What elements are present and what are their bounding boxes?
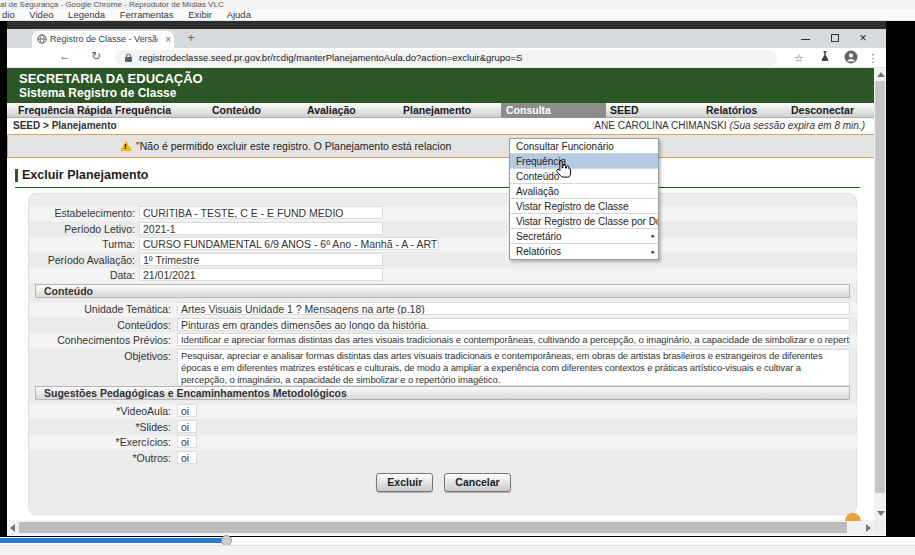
profile-avatar-icon[interactable] xyxy=(843,50,859,66)
url-bar[interactable]: registrodeclasse.seed.pr.gov.br/rcdig/ma… xyxy=(115,50,777,66)
session-expiry-note: (Sua sessão expira em 8 min.) xyxy=(729,120,865,131)
field-label: Conteúdos: xyxy=(29,319,171,331)
tab-title: Registro de Classe - Versão v3_3 xyxy=(50,31,158,48)
vlc-menu-ferramentas[interactable]: Ferramentas xyxy=(120,9,174,21)
minimize-button[interactable] xyxy=(792,29,818,48)
submenu-arrow-icon: ▸ xyxy=(651,229,655,243)
content-row: Objetivos: Pesquisar, apreciar e analisa… xyxy=(29,349,858,387)
form-panel: Estabelecimento: CURITIBA - TESTE, C E -… xyxy=(28,193,857,515)
field-value: oi xyxy=(177,420,197,433)
field-value: oi xyxy=(177,451,197,464)
page-title: Excluir Planejamento xyxy=(22,168,148,182)
vertical-scrollbar[interactable] xyxy=(874,68,886,520)
menu-item-relatorios[interactable]: Relatórios ▸ xyxy=(510,244,658,259)
submenu-arrow-icon: ▸ xyxy=(651,244,655,259)
vlc-menu-ajuda[interactable]: Ajuda xyxy=(227,9,251,21)
title-rule xyxy=(15,187,860,188)
menu-item-vistar-registro-docente[interactable]: Vistar Registro de Classe por Docente xyxy=(510,214,658,229)
scroll-right-icon[interactable] xyxy=(866,524,871,532)
form-row: Estabelecimento: CURITIBA - TESTE, C E -… xyxy=(29,206,858,221)
new-tab-button[interactable]: + xyxy=(183,31,199,47)
site-favicon-icon xyxy=(37,34,47,44)
nav-desconectar[interactable]: Desconectar xyxy=(791,103,854,118)
chrome-toolbar: ← ↻ registrodeclasse.seed.pr.gov.br/rcdi… xyxy=(7,48,886,68)
suggestion-row: *Slides: oi xyxy=(29,420,858,435)
app-header: SECRETARIA DA EDUCAÇÃO Sistema Registro … xyxy=(7,68,875,103)
vlc-seekbar-progress xyxy=(0,538,227,543)
nav-frequencia-rapida[interactable]: Frequência Rápida xyxy=(18,103,112,118)
vlc-menu-legenda[interactable]: Legenda xyxy=(68,9,105,21)
nav-avaliacao[interactable]: Avaliação xyxy=(307,103,356,118)
horizontal-scroll-thumb[interactable] xyxy=(19,522,847,533)
nav-consulta[interactable]: Consulta xyxy=(501,103,606,118)
nav-frequencia[interactable]: Frequência xyxy=(115,103,171,118)
form-row: Data: 21/01/2021 xyxy=(29,268,858,283)
field-label: *Exercícios: xyxy=(29,436,171,448)
section-header-sugestoes: Sugestões Pedagógicas e Encaminhamentos … xyxy=(35,386,850,400)
menu-item-label: Secretário xyxy=(516,231,562,242)
field-value: Artes Visuais Unidade 1 ? Mensagens na a… xyxy=(177,302,850,315)
menu-item-consultar-funcionario[interactable]: Consultar Funcionário xyxy=(510,139,658,154)
vlc-seekbar[interactable] xyxy=(0,537,915,545)
back-icon[interactable]: ← xyxy=(59,49,71,63)
scroll-left-icon[interactable] xyxy=(10,524,15,532)
field-label: Período Letivo: xyxy=(29,223,135,235)
chrome-menu-icon[interactable]: ⋮ xyxy=(865,50,881,66)
vlc-window-title: al de Segurança - Google Chrome - Reprod… xyxy=(0,0,915,9)
restore-button[interactable] xyxy=(822,29,848,48)
field-label: *VideoAula: xyxy=(29,405,171,417)
content-row: Unidade Temática: Artes Visuais Unidade … xyxy=(29,302,858,317)
warning-icon xyxy=(120,141,132,151)
suggestion-row: *Outros: oi xyxy=(29,451,858,466)
consulta-dropdown: Consultar Funcionário Frequência Conteúd… xyxy=(509,138,659,260)
field-value: CURSO FUNDAMENTAL 6/9 ANOS - 6º Ano - Ma… xyxy=(139,237,439,250)
close-button[interactable]: × xyxy=(850,29,876,48)
nav-relatorios[interactable]: Relatórios xyxy=(706,103,757,118)
nav-seed[interactable]: SEED xyxy=(610,103,639,118)
bookmark-star-icon[interactable]: ☆ xyxy=(791,50,807,66)
breadcrumb: SEED > Planejamento xyxy=(13,120,117,131)
chrome-window: Registro de Classe - Versão v3_3 × + × ←… xyxy=(7,21,886,536)
menu-item-vistar-registro[interactable]: Vistar Registro de Classe xyxy=(510,199,658,214)
reload-icon[interactable]: ↻ xyxy=(91,49,101,63)
cancelar-button[interactable]: Cancelar xyxy=(444,473,510,492)
vertical-scroll-thumb[interactable] xyxy=(875,81,885,493)
field-label: Unidade Temática: xyxy=(29,303,171,315)
field-value: Pesquisar, apreciar e analisar formas di… xyxy=(177,349,850,386)
nav-conteudo[interactable]: Conteúdo xyxy=(212,103,261,118)
field-label: Conhecimentos Prévios: xyxy=(29,334,171,346)
tab-close-icon[interactable]: × xyxy=(165,31,171,48)
field-value: 1º Trimestre xyxy=(139,253,383,266)
vlc-menu-video[interactable]: Video xyxy=(29,9,53,21)
button-row: Excluir Cancelar xyxy=(29,473,858,492)
excluir-button[interactable]: Excluir xyxy=(376,473,433,492)
field-label: Data: xyxy=(29,269,135,281)
app-subtitle: Sistema Registro de Classe xyxy=(19,86,875,100)
menu-item-frequencia[interactable]: Frequência xyxy=(510,154,658,169)
chrome-titlebar xyxy=(7,21,886,29)
scroll-up-icon[interactable] xyxy=(877,72,885,77)
vlc-menu-exibir[interactable]: Exibir xyxy=(188,9,212,21)
url-text: registrodeclasse.seed.pr.gov.br/rcdig/ma… xyxy=(139,50,759,66)
menu-item-conteudo[interactable]: Conteúdo xyxy=(510,169,658,184)
title-accent-bar xyxy=(15,169,18,182)
section-header-conteudo: Conteúdo xyxy=(35,284,850,298)
lock-icon xyxy=(124,53,133,63)
suggestion-row: *Exercícios: oi xyxy=(29,435,858,450)
extension-flask-icon[interactable] xyxy=(817,50,833,66)
field-label: Turma: xyxy=(29,238,135,250)
warning-strip: "Não é permitido excluir este registro. … xyxy=(7,134,875,158)
vlc-menu-audio[interactable]: dio xyxy=(2,9,15,21)
scroll-down-icon[interactable] xyxy=(877,511,885,516)
form-row: Período Avaliação: 1º Trimestre xyxy=(29,253,858,268)
browser-tab[interactable]: Registro de Classe - Versão v3_3 × xyxy=(32,31,174,48)
nav-planejamento[interactable]: Planejamento xyxy=(403,103,471,118)
session-user: ANE CAROLINA CHIMANSKI xyxy=(594,120,726,131)
field-value: oi xyxy=(177,435,197,448)
menu-item-secretario[interactable]: Secretário ▸ xyxy=(510,229,658,244)
warning-message: "Não é permitido excluir este registro. … xyxy=(136,140,451,152)
menu-item-avaliacao[interactable]: Avaliação xyxy=(510,184,658,199)
page-content: Excluir Planejamento Estabelecimento: CU… xyxy=(7,158,875,536)
field-label: *Outros: xyxy=(29,452,171,464)
horizontal-scrollbar[interactable] xyxy=(7,520,874,535)
